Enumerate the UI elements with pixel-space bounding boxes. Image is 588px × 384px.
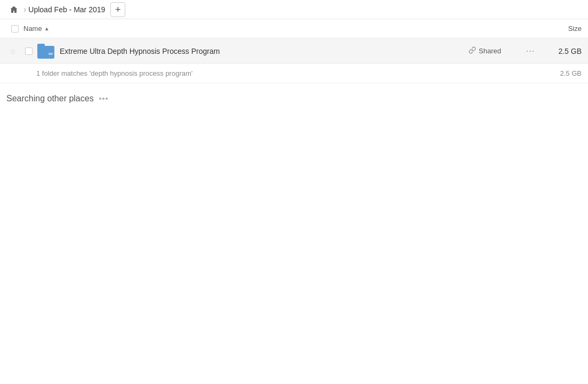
breadcrumb-separator: ›: [23, 5, 26, 14]
column-headers: Name ▲ Size: [0, 19, 588, 38]
size-column-header[interactable]: Size: [539, 25, 582, 33]
loading-indicator: [99, 98, 108, 100]
breadcrumb-bar: › Upload Feb - Mar 2019 +: [0, 0, 588, 19]
searching-title-text: Searching other places: [6, 94, 94, 103]
file-name: Extreme Ultra Depth Hypnosis Process Pro…: [55, 47, 469, 55]
breadcrumb-title: Upload Feb - Mar 2019: [28, 5, 105, 14]
select-all-checkbox[interactable]: [6, 25, 23, 33]
link-icon: [469, 46, 476, 55]
checkbox-all[interactable]: [11, 25, 19, 33]
name-column-header[interactable]: Name ▲: [23, 25, 539, 33]
sort-arrow-icon: ▲: [44, 26, 50, 31]
folder-pencil-icon: ✏: [49, 51, 53, 58]
more-options-button[interactable]: ···: [522, 43, 539, 60]
add-button[interactable]: +: [110, 2, 125, 17]
file-list-row[interactable]: ☆ ✏ Extreme Ultra Depth Hypnosis Process…: [0, 38, 588, 64]
shared-status: Shared: [469, 46, 522, 55]
file-size: 2.5 GB: [539, 47, 582, 55]
star-button[interactable]: ☆: [6, 47, 19, 55]
row-checkbox[interactable]: [21, 47, 36, 55]
home-button[interactable]: [6, 2, 21, 17]
summary-row: 1 folder matches 'depth hypnosis process…: [0, 64, 588, 83]
star-icon: ☆: [10, 47, 17, 55]
checkbox-item[interactable]: [25, 47, 33, 55]
folder-icon: ✏: [36, 44, 55, 59]
searching-title: Searching other places: [6, 94, 582, 103]
summary-size: 2.5 GB: [539, 69, 582, 77]
searching-section: Searching other places: [0, 83, 588, 114]
summary-text: 1 folder matches 'depth hypnosis process…: [36, 69, 539, 77]
shared-label: Shared: [479, 47, 501, 55]
